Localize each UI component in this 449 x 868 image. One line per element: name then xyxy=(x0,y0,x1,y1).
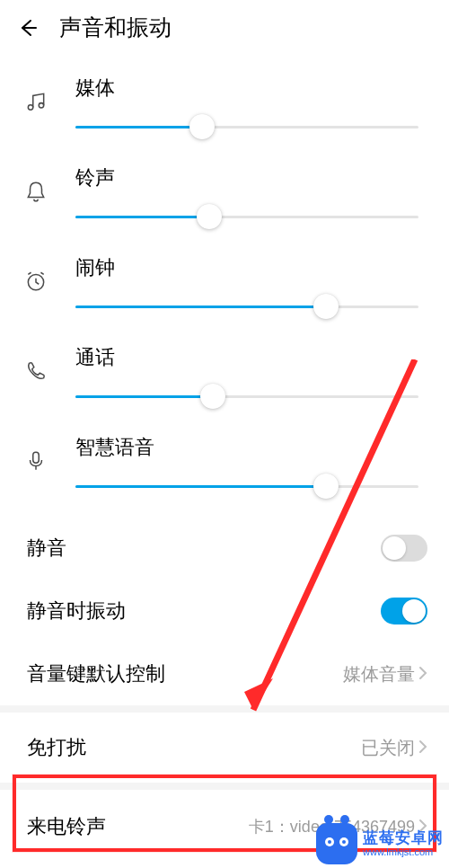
chevron-right-icon xyxy=(418,738,427,758)
slider-row-call: 通话 xyxy=(22,328,427,418)
microphone-icon xyxy=(22,447,50,475)
chevron-right-icon xyxy=(418,664,427,685)
bell-icon xyxy=(22,177,50,206)
media-volume-slider[interactable] xyxy=(75,114,427,139)
alarm-volume-slider[interactable] xyxy=(75,294,427,319)
svg-point-1 xyxy=(39,103,43,108)
slider-row-alarm: 闹钟 xyxy=(22,238,427,328)
volume-key-label: 音量键默认控制 xyxy=(27,660,165,687)
settings-list: 静音 静音时振动 音量键默认控制 媒体音量 xyxy=(0,508,449,705)
slider-label: 铃声 xyxy=(75,164,427,191)
slider-label: 智慧语音 xyxy=(75,434,427,461)
back-button[interactable] xyxy=(16,16,40,40)
header: 声音和振动 xyxy=(0,0,449,58)
dnd-label: 免打扰 xyxy=(27,734,86,761)
slider-label: 媒体 xyxy=(75,75,427,102)
volume-sliders: 媒体 铃声 闹钟 通话 xyxy=(0,58,449,508)
watermark-name: 蓝莓安卓网 xyxy=(363,830,444,847)
phone-icon xyxy=(22,357,50,385)
do-not-disturb-row[interactable]: 免打扰 已关闭 xyxy=(0,713,449,783)
alarm-clock-icon xyxy=(22,267,50,296)
watermark-logo-icon xyxy=(316,823,357,864)
mute-toggle[interactable] xyxy=(381,535,427,562)
slider-label: 闹钟 xyxy=(75,254,427,281)
dnd-value: 已关闭 xyxy=(361,736,415,760)
vibrate-on-mute-label: 静音时振动 xyxy=(27,598,126,624)
ring-volume-slider[interactable] xyxy=(75,204,427,229)
slider-row-ring: 铃声 xyxy=(22,148,427,238)
section-divider xyxy=(0,783,449,790)
mute-label: 静音 xyxy=(27,535,66,562)
vibrate-on-mute-toggle[interactable] xyxy=(381,598,427,624)
watermark-url: www.lmkjst.com xyxy=(363,846,444,857)
svg-point-0 xyxy=(28,105,32,110)
slider-row-media: 媒体 xyxy=(22,58,427,148)
slider-row-voice: 智慧语音 xyxy=(22,418,427,508)
section-divider xyxy=(0,705,449,713)
volume-key-row[interactable]: 音量键默认控制 媒体音量 xyxy=(0,642,449,705)
music-note-icon xyxy=(22,87,50,116)
watermark: 蓝莓安卓网 www.lmkjst.com xyxy=(316,823,444,864)
vibrate-on-mute-row[interactable]: 静音时振动 xyxy=(0,580,449,642)
svg-rect-3 xyxy=(33,452,40,463)
mute-row[interactable]: 静音 xyxy=(0,517,449,580)
call-volume-slider[interactable] xyxy=(75,384,427,409)
voice-volume-slider[interactable] xyxy=(75,474,427,499)
volume-key-value: 媒体音量 xyxy=(343,662,415,686)
page-title: 声音和振动 xyxy=(59,13,172,42)
ringtone-label: 来电铃声 xyxy=(27,813,106,840)
slider-label: 通话 xyxy=(75,344,427,371)
